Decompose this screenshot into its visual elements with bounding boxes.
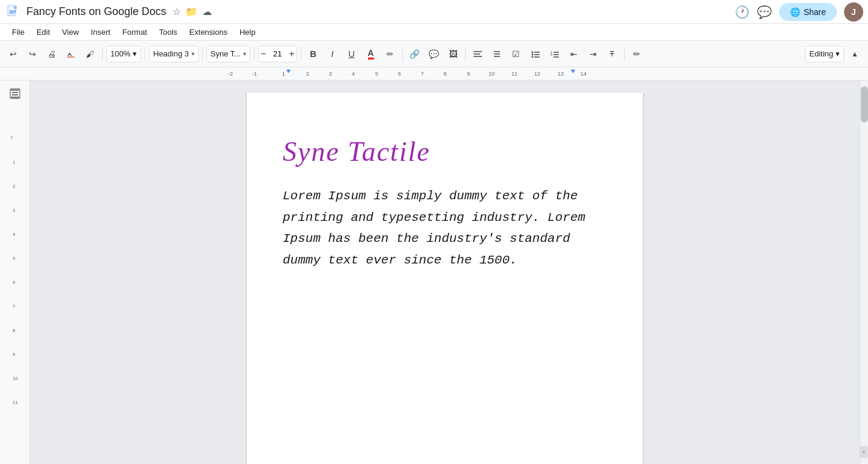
collapse-toolbar-button[interactable]: ▲ — [846, 46, 863, 62]
menu-edit[interactable]: Edit — [32, 26, 55, 38]
svg-text:11: 11 — [511, 71, 517, 77]
separator-2 — [145, 47, 145, 61]
bullet-list-button[interactable] — [527, 46, 544, 62]
share-button[interactable]: 🌐 Share — [779, 3, 837, 21]
history-icon[interactable]: 🕐 — [735, 5, 750, 19]
font-name-value: Syne T... — [211, 49, 241, 58]
svg-point-15 — [531, 56, 533, 58]
document-body-text: Lorem Ipsum is simply dummy text of the … — [283, 185, 607, 271]
editing-chevron: ▾ — [836, 49, 840, 58]
svg-text:-2: -2 — [228, 71, 233, 77]
menu-tools[interactable]: Tools — [154, 26, 182, 38]
italic-button[interactable]: I — [324, 46, 341, 62]
undo-button[interactable]: ↩ — [5, 46, 22, 62]
line-spacing-button[interactable] — [489, 46, 505, 62]
svg-text:7: 7 — [13, 304, 16, 309]
cloud-icon[interactable]: ☁ — [202, 6, 212, 17]
svg-text:6: 6 — [13, 280, 16, 285]
separator-7 — [465, 47, 466, 61]
user-avatar[interactable]: J — [844, 2, 863, 22]
horizontal-ruler: -2 -1 1 2 3 4 5 6 7 8 9 10 11 12 13 14 — [0, 67, 868, 80]
svg-text:4: 4 — [352, 71, 355, 77]
bold-button[interactable]: B — [305, 46, 322, 62]
menu-help[interactable]: Help — [235, 26, 261, 38]
font-size-input[interactable] — [268, 49, 287, 58]
menu-insert[interactable]: Insert — [86, 26, 115, 38]
document-outline-icon[interactable] — [7, 85, 23, 105]
svg-rect-22 — [0, 67, 868, 80]
underline-button[interactable]: U — [343, 46, 360, 62]
redo-button[interactable]: ↪ — [24, 46, 41, 62]
clear-formatting-button[interactable]: T — [604, 46, 621, 62]
svg-text:5: 5 — [375, 71, 378, 77]
svg-text:-1: -1 — [252, 71, 257, 77]
svg-text:4: 4 — [13, 232, 16, 237]
print-button[interactable]: 🖨 — [43, 46, 60, 62]
google-docs-icon — [5, 4, 22, 20]
checklist-button[interactable]: ☑ — [508, 46, 525, 62]
svg-text:5: 5 — [13, 256, 16, 261]
heading-style-value: Heading 3 — [153, 49, 188, 58]
svg-text:2: 2 — [306, 71, 309, 77]
font-size-control: − + — [258, 46, 297, 62]
svg-point-13 — [531, 53, 533, 55]
text-color-button[interactable]: A — [363, 46, 379, 62]
svg-text:2.: 2. — [550, 53, 553, 56]
folder-icon[interactable]: 📁 — [185, 6, 197, 17]
increase-indent-button[interactable]: ⇥ — [585, 46, 601, 62]
separator-1 — [102, 47, 103, 61]
decrease-indent-button[interactable]: ⇤ — [565, 46, 582, 62]
font-chevron: ▾ — [243, 50, 246, 57]
svg-text:6: 6 — [398, 71, 401, 77]
menubar: File Edit View Insert Format Tools Exten… — [0, 24, 868, 41]
font-size-decrease[interactable]: − — [259, 46, 268, 62]
heading-text: Syne Tactile — [283, 136, 430, 167]
svg-text:11: 11 — [13, 400, 18, 405]
svg-text:1: 1 — [13, 160, 16, 165]
heading-style-dropdown[interactable]: Heading 3 ▾ — [149, 46, 198, 62]
zoom-value: 100% — [110, 49, 130, 58]
share-label: Share — [804, 7, 826, 17]
menu-file[interactable]: File — [7, 26, 29, 38]
sidebar-collapse-button[interactable]: › — [860, 446, 868, 458]
insert-link-button[interactable]: 🔗 — [406, 46, 423, 62]
editing-mode-value: Editing — [809, 49, 833, 58]
right-controls: 🕐 💬 🌐 Share J — [735, 2, 863, 22]
svg-text:7: 7 — [421, 71, 424, 77]
svg-point-11 — [531, 51, 533, 53]
highlight-color-button[interactable]: ✏ — [382, 46, 399, 62]
spellcheck-button[interactable] — [62, 46, 79, 62]
titlebar: Fancy Fonts on Google Docs ☆ 📁 ☁ 🕐 💬 🌐 S… — [0, 0, 868, 24]
font-size-increase[interactable]: + — [287, 46, 296, 62]
svg-text:14: 14 — [580, 71, 586, 77]
font-name-dropdown[interactable]: Syne T... ▾ — [206, 46, 250, 62]
main-area: -2 1 2 3 4 5 6 7 8 9 10 11 Syne — [0, 80, 868, 464]
zoom-dropdown[interactable]: 100% ▾ — [106, 46, 141, 62]
insert-image-button[interactable]: 🖼 — [445, 46, 462, 62]
menu-format[interactable]: Format — [118, 26, 152, 38]
svg-text:10: 10 — [489, 71, 495, 77]
svg-text:13: 13 — [558, 71, 564, 77]
separator-6 — [402, 47, 403, 61]
svg-text:1: 1 — [282, 71, 285, 77]
document-scroll-area[interactable]: Syne Tactile Lorem Ipsum is simply dummy… — [30, 80, 860, 464]
svg-text:2: 2 — [13, 184, 16, 189]
insert-comment-button[interactable]: 💬 — [426, 46, 442, 62]
document-heading: Syne Tactile — [283, 136, 607, 167]
separator-3 — [202, 47, 203, 61]
zoom-chevron: ▾ — [133, 49, 137, 58]
svg-text:8: 8 — [13, 328, 16, 333]
comment-icon[interactable]: 💬 — [757, 5, 772, 19]
editing-pencil-icon[interactable]: ✏ — [628, 46, 645, 62]
star-icon[interactable]: ☆ — [172, 6, 181, 17]
svg-text:-2: -2 — [10, 135, 14, 140]
title-action-icons: ☆ 📁 ☁ — [172, 6, 212, 17]
menu-view[interactable]: View — [57, 26, 83, 38]
numbered-list-button[interactable]: 1.2. — [546, 46, 563, 62]
document-page: Syne Tactile Lorem Ipsum is simply dummy… — [247, 92, 643, 464]
paint-format-button[interactable]: 🖌 — [82, 46, 98, 62]
menu-extensions[interactable]: Extensions — [184, 26, 232, 38]
editing-mode-dropdown[interactable]: Editing ▾ — [805, 46, 844, 62]
align-button[interactable] — [469, 46, 486, 62]
document-title: Fancy Fonts on Google Docs — [26, 5, 166, 18]
